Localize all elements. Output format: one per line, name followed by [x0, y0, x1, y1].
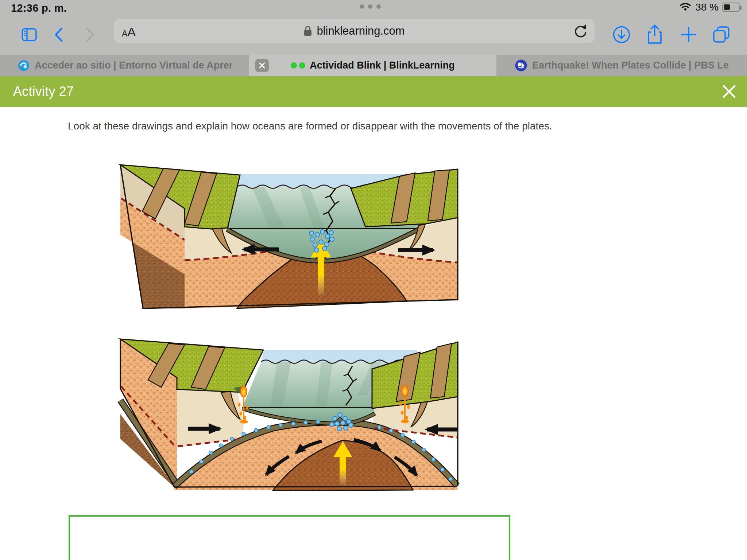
close-activity-icon[interactable]	[721, 84, 737, 99]
battery-percent: 38 %	[695, 1, 719, 13]
diagram-ocean-closing	[117, 330, 462, 491]
tab-bar: Acceder ao sitio | Entorno Virtual de Ap…	[0, 55, 747, 76]
battery-icon	[722, 3, 740, 12]
activity-header: Activity 27	[0, 76, 747, 107]
tabs-overview-icon[interactable]	[712, 25, 731, 44]
tab-label: Earthquake! When Plates Collide | PBS Le…	[532, 60, 729, 71]
reload-icon[interactable]	[573, 23, 588, 39]
browser-chrome: 12:36 p. m. 38 % AA	[0, 0, 747, 55]
lock-icon	[303, 25, 312, 37]
address-bar[interactable]: AA blinklearning.com	[114, 19, 595, 43]
tab-label: Acceder ao sitio | Entorno Virtual de Ap…	[35, 60, 232, 71]
close-tab-icon[interactable]	[255, 59, 269, 72]
share-icon[interactable]	[646, 24, 664, 45]
url-text: blinklearning.com	[317, 24, 405, 38]
tab-label: Actividad Blink | BlinkLearning	[310, 60, 455, 71]
instruction-text: Look at these drawings and explain how o…	[68, 120, 552, 132]
status-time: 12:36 p. m.	[11, 2, 67, 14]
wifi-icon	[679, 3, 692, 12]
status-indicators: 38 %	[679, 1, 740, 13]
activity-title: Activity 27	[13, 84, 74, 99]
answer-input[interactable]	[69, 515, 510, 560]
multitask-dots-icon	[360, 4, 381, 9]
tab-actividad-blink[interactable]: Actividad Blink | BlinkLearning	[249, 55, 496, 76]
safari-toolbar: AA blinklearning.com	[0, 15, 747, 55]
pbs-favicon	[514, 59, 528, 72]
activity-content: Look at these drawings and explain how o…	[0, 107, 747, 560]
diagram-ocean-opening	[117, 154, 462, 314]
new-tab-plus-icon[interactable]	[680, 26, 697, 43]
tab-earthquake-pbs[interactable]: Earthquake! When Plates Collide | PBS Le…	[496, 55, 747, 76]
forward-icon[interactable]	[85, 27, 96, 43]
back-icon[interactable]	[53, 27, 64, 43]
blinklearning-favicon	[291, 62, 305, 69]
sidebar-toggle-icon[interactable]	[21, 28, 37, 42]
download-icon[interactable]	[612, 25, 631, 44]
blink-campus-favicon	[17, 59, 30, 72]
tab-acceder-ao-sitio[interactable]: Acceder ao sitio | Entorno Virtual de Ap…	[0, 55, 249, 76]
